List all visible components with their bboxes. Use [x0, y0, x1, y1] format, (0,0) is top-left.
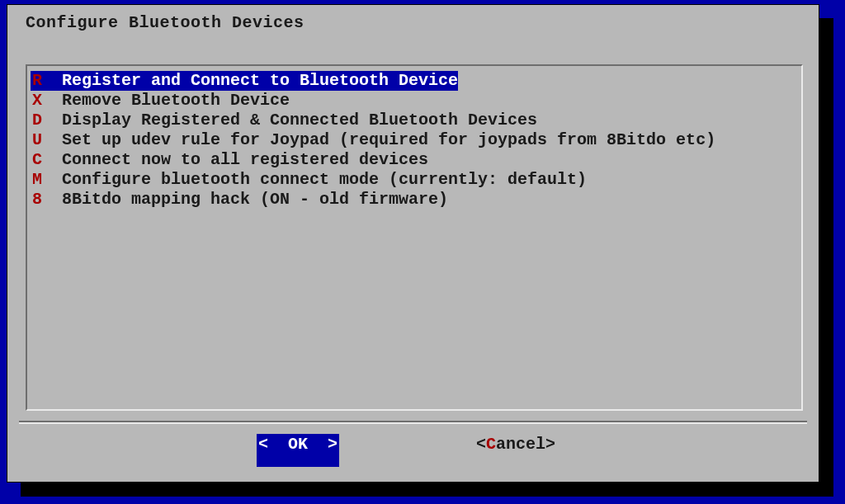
button-row: < OK > <Cancel> — [7, 434, 819, 467]
menu-item-key: R — [31, 71, 60, 91]
cancel-right-bracket: > — [545, 435, 555, 454]
menu-item-key: C — [31, 150, 60, 170]
menu-item-key: D — [31, 111, 60, 130]
menu-item-label: Configure bluetooth connect mode (curren… — [60, 170, 587, 190]
menu-list-frame: RRegister and Connect to Bluetooth Devic… — [26, 64, 803, 411]
menu-item-key: X — [31, 91, 60, 111]
ok-button[interactable]: < OK > — [257, 434, 339, 467]
menu-item-key: 8 — [31, 190, 60, 210]
menu-item-key: U — [31, 130, 60, 150]
cancel-button[interactable]: <Cancel> — [476, 434, 555, 467]
menu-item-label: Register and Connect to Bluetooth Device — [60, 71, 458, 91]
cancel-left-bracket: < — [476, 435, 486, 454]
cancel-rest: ancel — [496, 435, 545, 454]
menu-item-label: Connect now to all registered devices — [60, 150, 428, 170]
menu-item[interactable]: XRemove Bluetooth Device — [31, 91, 798, 111]
menu-item[interactable]: MConfigure bluetooth connect mode (curre… — [31, 170, 798, 190]
dialog-title: Configure Bluetooth Devices — [7, 5, 819, 32]
menu-item-label: Remove Bluetooth Device — [60, 91, 290, 111]
cancel-hotkey: C — [486, 435, 496, 454]
bluetooth-config-dialog: Configure Bluetooth Devices RRegister an… — [7, 4, 819, 483]
ok-label: OK — [268, 435, 328, 454]
menu-item[interactable]: USet up udev rule for Joypad (required f… — [31, 130, 798, 150]
menu-item-label: Set up udev rule for Joypad (required fo… — [60, 130, 715, 150]
menu-item[interactable]: CConnect now to all registered devices — [31, 150, 798, 170]
ok-right-bracket: > — [328, 435, 338, 454]
ok-left-bracket: < — [258, 435, 268, 454]
menu-item[interactable]: DDisplay Registered & Connected Bluetoot… — [31, 111, 798, 130]
menu-item-key: M — [31, 170, 60, 190]
divider — [19, 421, 807, 424]
menu-item-label: 8Bitdo mapping hack (ON - old firmware) — [60, 190, 448, 210]
menu-item[interactable]: RRegister and Connect to Bluetooth Devic… — [31, 71, 798, 91]
menu-item-label: Display Registered & Connected Bluetooth… — [60, 111, 537, 130]
menu-item[interactable]: 88Bitdo mapping hack (ON - old firmware) — [31, 190, 798, 210]
